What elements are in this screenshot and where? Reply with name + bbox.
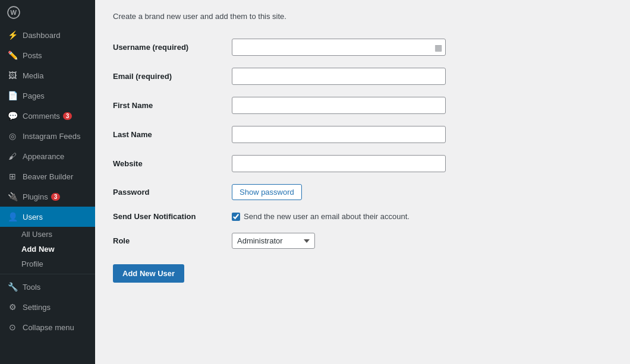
sidebar-item-dashboard[interactable]: ⚡ Dashboard: [0, 25, 95, 45]
sidebar-logo: W: [0, 0, 95, 25]
plugins-icon: 🔌: [7, 191, 18, 202]
media-icon: 🖼: [7, 70, 18, 81]
users-icon: 👤: [7, 211, 18, 222]
comments-badge: 3: [63, 112, 73, 120]
notification-field: Send the new user an email about their a…: [232, 212, 612, 221]
instagram-icon: ◎: [7, 131, 18, 141]
sidebar-item-label: Beaver Builder: [23, 172, 73, 181]
dashboard-icon: ⚡: [7, 30, 18, 40]
website-label: Website: [113, 159, 143, 168]
password-row: Password Show password: [113, 178, 612, 206]
sidebar-item-label: Settings: [23, 303, 51, 312]
website-input[interactable]: [232, 155, 446, 172]
username-row: Username (required) ▦: [113, 33, 612, 62]
sidebar-sub-profile[interactable]: Profile: [0, 257, 95, 271]
sidebar-item-collapse[interactable]: ⊙ Collapse menu: [0, 317, 95, 337]
sidebar-item-instagram[interactable]: ◎ Instagram Feeds: [0, 126, 95, 146]
pages-icon: 📄: [7, 90, 18, 101]
sidebar-sub-all-users[interactable]: All Users: [0, 227, 95, 242]
email-label: Email (required): [113, 72, 172, 81]
sidebar-item-label: Users: [23, 213, 43, 221]
show-password-button[interactable]: Show password: [232, 184, 302, 200]
sidebar-item-tools[interactable]: 🔧 Tools: [0, 277, 95, 297]
beaver-icon: ⊞: [7, 171, 18, 182]
collapse-icon: ⊙: [7, 322, 18, 333]
plugins-badge: 3: [51, 193, 61, 201]
username-autofill-icon: ▦: [434, 43, 442, 52]
sidebar-divider: [0, 274, 95, 274]
sidebar-item-beaver[interactable]: ⊞ Beaver Builder: [0, 166, 95, 186]
first-name-input[interactable]: [232, 97, 446, 114]
sidebar-item-label: Comments: [23, 112, 60, 121]
posts-icon: ✏️: [7, 50, 18, 61]
sidebar-item-label: Tools: [23, 283, 40, 292]
appearance-icon: 🖌: [7, 151, 18, 162]
email-row: Email (required): [113, 62, 612, 91]
last-name-input[interactable]: [232, 126, 446, 143]
comments-icon: 💬: [7, 110, 18, 121]
sidebar-item-label: Pages: [23, 91, 45, 100]
username-field-wrap: ▦: [232, 39, 446, 56]
sidebar-item-settings[interactable]: ⚙ Settings: [0, 297, 95, 317]
sidebar-item-label: Instagram Feeds: [23, 132, 81, 141]
sidebar-item-label: Posts: [23, 51, 42, 60]
username-input[interactable]: [232, 39, 446, 56]
sidebar: W ⚡ Dashboard ✏️ Posts 🖼 Media 📄 Pages 💬…: [0, 0, 95, 364]
sidebar-item-label: Plugins: [23, 192, 48, 201]
last-name-row: Last Name: [113, 120, 612, 149]
sidebar-item-media[interactable]: 🖼 Media: [0, 65, 95, 86]
role-row: Role Administrator Editor Author Contrib…: [113, 227, 612, 255]
add-new-user-button[interactable]: Add New User: [113, 264, 184, 283]
sidebar-item-posts[interactable]: ✏️ Posts: [0, 45, 95, 65]
settings-icon: ⚙: [7, 302, 18, 312]
svg-text:W: W: [11, 9, 17, 16]
email-input[interactable]: [232, 68, 446, 85]
sidebar-item-label: Media: [23, 71, 43, 80]
notification-label: Send User Notification: [113, 212, 196, 221]
tools-icon: 🔧: [7, 281, 18, 292]
sidebar-item-comments[interactable]: 💬 Comments 3: [0, 106, 95, 126]
username-label: Username (required): [113, 43, 188, 52]
sidebar-item-pages[interactable]: 📄 Pages: [0, 86, 95, 106]
first-name-label: First Name: [113, 101, 153, 110]
page-description: Create a brand new user and add them to …: [113, 12, 612, 21]
sidebar-item-plugins[interactable]: 🔌 Plugins 3: [0, 186, 95, 207]
role-select[interactable]: Administrator Editor Author Contributor …: [232, 233, 315, 249]
website-row: Website: [113, 149, 612, 178]
notification-row: Send User Notification Send the new user…: [113, 206, 612, 227]
wp-logo-icon: W: [7, 6, 20, 19]
sidebar-item-users[interactable]: 👤 Users: [0, 207, 95, 227]
sidebar-item-label: Appearance: [23, 152, 64, 161]
role-label: Role: [113, 236, 130, 245]
sidebar-item-label: Collapse menu: [23, 323, 74, 332]
add-user-form: Username (required) ▦ Email (required) F…: [113, 33, 612, 255]
sidebar-item-appearance[interactable]: 🖌 Appearance: [0, 146, 95, 166]
sidebar-item-label: Dashboard: [23, 31, 61, 40]
sidebar-sub-add-new[interactable]: Add New: [0, 242, 95, 257]
last-name-label: Last Name: [113, 130, 152, 139]
main-content: Create a brand new user and add them to …: [95, 0, 630, 364]
password-label: Password: [113, 188, 149, 197]
notification-text: Send the new user an email about their a…: [244, 212, 410, 221]
first-name-row: First Name: [113, 91, 612, 120]
notification-checkbox[interactable]: [232, 213, 240, 221]
